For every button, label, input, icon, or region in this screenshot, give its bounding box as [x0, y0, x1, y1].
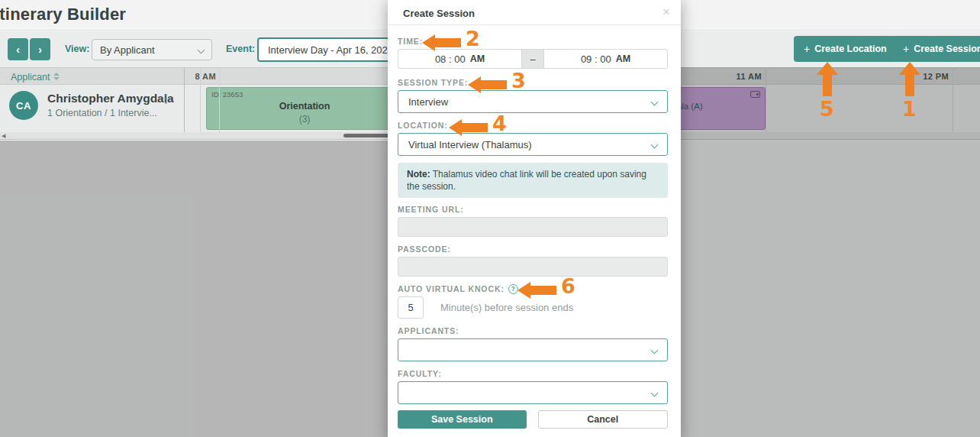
- passcode-input: [398, 257, 668, 277]
- time-header-8am: 8 AM: [172, 72, 216, 81]
- end-time-field[interactable]: 09 : 00 AM: [544, 50, 667, 68]
- session-id: ID: 23653: [211, 90, 243, 99]
- location-value: Virtual Interview (Thalamus): [408, 139, 532, 151]
- modal-backdrop: [0, 141, 388, 437]
- session-type-value: Interview: [408, 96, 448, 108]
- annotation-number-3: 3: [511, 70, 526, 92]
- annotation-arrow-4: [449, 119, 488, 136]
- chevron-right-icon: ›: [38, 44, 42, 56]
- modal-body: TIME: 08 : 00 AM – 09 : 00 AM SESSION TY…: [388, 37, 681, 429]
- create-session-button[interactable]: + Create Session: [893, 36, 980, 62]
- applicant-name: Christopher Amygdala: [47, 92, 174, 105]
- chevron-left-icon: ‹: [16, 44, 20, 56]
- time-separator: –: [521, 50, 544, 68]
- chevron-down-icon: [198, 46, 205, 53]
- event-label: Event:: [226, 44, 255, 54]
- annotation-arrow-1: [899, 62, 920, 97]
- annotation-arrow-3: [468, 76, 508, 93]
- annotation-arrow-6: [517, 282, 557, 299]
- plus-icon: +: [903, 43, 909, 55]
- chevron-down-icon: [651, 346, 659, 354]
- plus-icon: +: [804, 43, 810, 55]
- cancel-button[interactable]: Cancel: [538, 410, 669, 429]
- thalamus-note: Note: Thalamus video chat link will be c…: [398, 163, 668, 198]
- column-divider: [184, 67, 185, 132]
- applicants-select[interactable]: [398, 338, 668, 361]
- passcode-label: PASSCODE:: [398, 244, 668, 254]
- faculty-select[interactable]: [398, 381, 668, 404]
- applicants-label: APPLICANTS:: [398, 326, 668, 335]
- next-day-button[interactable]: ›: [30, 38, 50, 60]
- modal-title: Create Session: [403, 8, 475, 19]
- gridline-8am: [219, 67, 220, 132]
- session-count: (3): [207, 114, 402, 125]
- annotation-number-6: 6: [561, 275, 575, 298]
- chevron-down-icon: [651, 389, 659, 397]
- knock-minutes-input[interactable]: [398, 296, 424, 319]
- annotation-number-4: 4: [492, 112, 507, 135]
- sort-icon[interactable]: [53, 73, 60, 80]
- session-title: Orientation: [207, 101, 402, 112]
- knock-row: Minute(s) before session ends: [398, 296, 668, 319]
- view-select-value: By Applicant: [100, 44, 155, 56]
- annotation-arrow-2: [422, 34, 462, 51]
- modal-header: Create Session ×: [388, 0, 681, 25]
- close-icon[interactable]: ×: [662, 5, 670, 19]
- modal-actions: Save Session Cancel: [398, 410, 668, 429]
- help-icon[interactable]: ?: [508, 284, 518, 294]
- scroll-left-arrow-icon[interactable]: ◀: [2, 133, 5, 139]
- annotation-number-5: 5: [820, 98, 834, 121]
- meeting-url-input: [398, 217, 668, 237]
- view-label: View:: [65, 44, 89, 54]
- prev-day-button[interactable]: ‹: [8, 38, 28, 60]
- location-select[interactable]: Virtual Interview (Thalamus): [398, 133, 668, 156]
- kebab-menu-icon[interactable]: ⋮: [160, 94, 171, 102]
- gridline: [200, 67, 201, 132]
- event-select-value: Interview Day - Apr 16, 2024 - 08:: [268, 44, 392, 56]
- page-title: Itinerary Builder: [0, 5, 126, 24]
- session-type-label: SESSION TYPE:: [398, 78, 668, 87]
- faculty-label: FACULTY:: [398, 369, 668, 378]
- annotation-number-2: 2: [466, 28, 480, 50]
- meeting-url-label: MEETING URL:: [398, 205, 668, 214]
- chevron-down-icon: [651, 141, 659, 148]
- annotation-arrow-5: [817, 62, 838, 97]
- applicant-summary: 1 Orientation / 1 Intervie...: [47, 108, 157, 118]
- knock-suffix: Minute(s) before session ends: [440, 302, 573, 313]
- session-type-select[interactable]: Interview: [398, 90, 668, 113]
- save-session-button[interactable]: Save Session: [398, 410, 527, 429]
- itinerary-builder-screen: Itinerary Builder ‹ › View: By Applicant…: [0, 0, 980, 437]
- view-select[interactable]: By Applicant: [92, 39, 212, 60]
- start-time-field[interactable]: 08 : 00 AM: [398, 50, 521, 68]
- event-select[interactable]: Interview Day - Apr 16, 2024 - 08:: [257, 37, 402, 62]
- chevron-down-icon: [651, 98, 659, 105]
- location-label: LOCATION:: [398, 121, 668, 130]
- annotation-number-1: 1: [902, 98, 917, 121]
- applicant-column-header: Applicant: [11, 72, 60, 83]
- create-location-button[interactable]: + Create Location: [794, 36, 897, 62]
- session-block-orientation[interactable]: ID: 23653 Orientation (3): [206, 87, 403, 130]
- time-range-input: 08 : 00 AM – 09 : 00 AM: [398, 49, 668, 69]
- avatar: CA: [9, 91, 38, 120]
- create-session-modal: Create Session × TIME: 08 : 00 AM – 09 :…: [388, 0, 681, 437]
